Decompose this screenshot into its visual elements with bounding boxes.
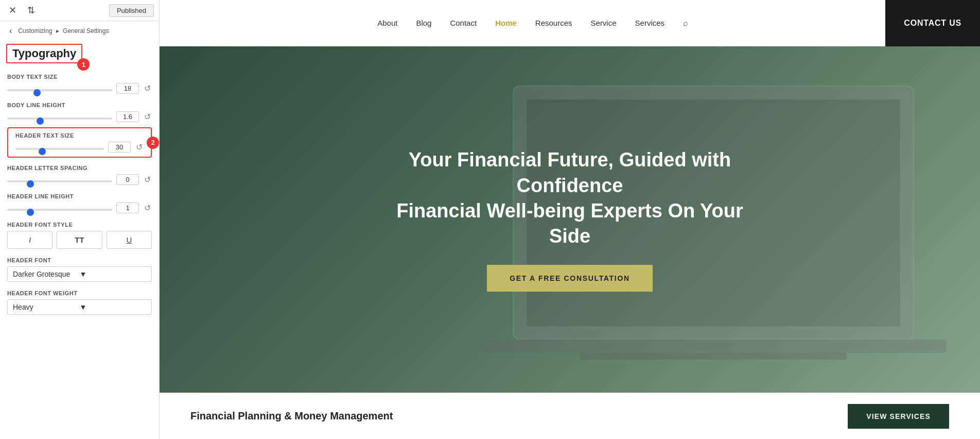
nav-about[interactable]: About [377,19,397,27]
hero-content: Your Financial Future, Guided with Confi… [160,46,980,393]
nav-services[interactable]: Services [635,19,665,27]
hero-title-line2: Financial Well-being Experts On Your Sid… [395,198,745,249]
header-letter-spacing-slider[interactable] [7,180,112,182]
header-letter-spacing-slider-container [7,175,112,184]
hero-title-line1: Your Financial Future, Guided with Confi… [395,147,745,198]
header-font-value: Darker Grotesque [13,270,80,278]
header-line-height-row: ↺ [7,202,152,213]
header-text-size-label: HEADER TEXT SIZE [15,132,144,139]
header-line-height-slider[interactable] [7,209,112,211]
header-line-height-reset[interactable]: ↺ [143,203,152,213]
breadcrumb-sep: ▸ [56,27,59,35]
body-text-size-input[interactable] [116,83,139,94]
underline-button[interactable]: U [107,231,152,249]
nav-blog[interactable]: Blog [416,19,431,27]
header-font-section: HEADER FONT Darker Grotesque ▼ [0,252,159,285]
search-icon[interactable]: ⌕ [683,19,688,28]
breadcrumb-root[interactable]: Customizing [18,27,52,35]
site-nav: About Blog Contact Home Resources Servic… [180,19,885,28]
site-header: About Blog Contact Home Resources Servic… [160,0,980,46]
body-text-size-row: ↺ [7,83,152,94]
header-font-weight-arrow-icon: ▼ [80,303,147,311]
breadcrumb: Customizing ▸ General Settings [18,27,109,35]
body-text-size-label: BODY TEXT SIZE [7,74,152,80]
header-font-label: HEADER FONT [7,257,152,263]
header-font-style-label: HEADER FONT STYLE [7,222,152,228]
body-line-height-slider[interactable] [7,117,112,120]
header-font-arrow-icon: ▼ [80,270,147,278]
body-line-height-slider-container [7,112,112,122]
hero-section: Your Financial Future, Guided with Confi… [160,46,980,393]
contact-button[interactable]: CONTACT US [885,0,980,46]
published-button[interactable]: Published [109,4,154,17]
body-line-height-row: ↺ [7,111,152,122]
header-text-size-slider[interactable] [15,148,104,150]
header-text-size-row: ↺ [15,142,144,153]
hero-cta-button[interactable]: GET A FREE CONSULTATION [487,265,653,292]
hero-title: Your Financial Future, Guided with Confi… [395,147,745,249]
badge-2: 2 [147,137,159,149]
header-text-size-reset[interactable]: ↺ [135,142,144,152]
panel-nav: ‹ Customizing ▸ General Settings [0,21,159,41]
header-letter-spacing-section: HEADER LETTER SPACING ↺ [0,160,159,188]
body-line-height-reset[interactable]: ↺ [143,112,152,122]
header-line-height-section: HEADER LINE HEIGHT ↺ [0,188,159,216]
header-line-height-label: HEADER LINE HEIGHT [7,193,152,199]
body-line-height-input[interactable] [116,111,139,122]
header-font-dropdown[interactable]: Darker Grotesque ▼ [7,266,152,282]
view-services-button[interactable]: VIEW SERVICES [848,404,949,429]
header-font-weight-section: HEADER FONT WEIGHT Heavy ▼ [0,285,159,318]
header-letter-spacing-reset[interactable]: ↺ [143,175,152,184]
header-line-height-slider-container [7,204,112,213]
header-line-height-input[interactable] [116,202,139,213]
uppercase-button[interactable]: TT [57,231,102,249]
panel-title-text: Typography [12,47,76,60]
body-text-size-reset[interactable]: ↺ [143,83,152,93]
header-letter-spacing-row: ↺ [7,174,152,185]
header-letter-spacing-input[interactable] [116,174,139,185]
header-font-weight-label: HEADER FONT WEIGHT [7,290,152,296]
body-text-size-slider-container [7,84,112,93]
panel-title: Typography 1 [6,44,82,63]
body-text-size-section: BODY TEXT SIZE ↺ [0,69,159,97]
font-style-row: I TT U [7,231,152,249]
nav-home[interactable]: Home [495,19,517,27]
body-line-height-section: BODY LINE HEIGHT ↺ [0,97,159,125]
sort-button[interactable]: ⇅ [24,3,38,18]
panel-topbar: ✕ ⇅ Published [0,0,159,21]
close-button[interactable]: ✕ [5,3,20,18]
italic-button[interactable]: I [7,231,52,249]
nav-resources[interactable]: Resources [535,19,572,27]
header-letter-spacing-label: HEADER LETTER SPACING [7,165,152,171]
breadcrumb-section: General Settings [63,27,109,35]
header-font-weight-value: Heavy [13,303,80,311]
header-text-size-section: HEADER TEXT SIZE ↺ 2 [7,127,152,158]
nav-service[interactable]: Service [591,19,617,27]
bottom-strip-title: Financial Planning & Money Management [190,410,848,422]
body-text-size-slider[interactable] [7,89,112,91]
body-line-height-label: BODY LINE HEIGHT [7,102,152,108]
website-preview: About Blog Contact Home Resources Servic… [160,0,980,439]
header-text-size-slider-container [15,143,104,152]
header-text-size-input[interactable] [108,142,131,153]
panel-title-section: Typography 1 [0,41,159,69]
bottom-strip: Financial Planning & Money Management VI… [160,393,980,439]
nav-contact[interactable]: Contact [450,19,477,27]
header-font-weight-dropdown[interactable]: Heavy ▼ [7,299,152,315]
back-button[interactable]: ‹ [6,25,15,37]
customizer-panel: ✕ ⇅ Published ‹ Customizing ▸ General Se… [0,0,160,439]
header-font-style-section: HEADER FONT STYLE I TT U [0,216,159,252]
